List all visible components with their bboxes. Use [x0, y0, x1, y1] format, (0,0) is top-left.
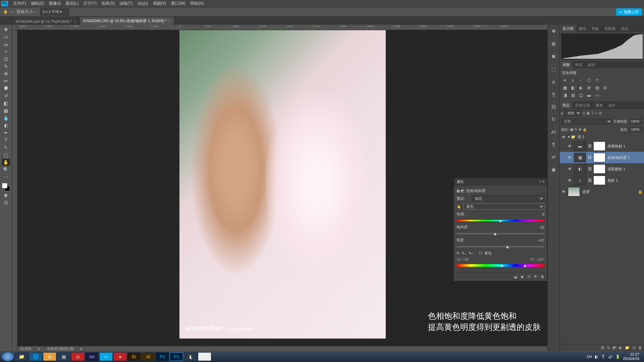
- wand-tool[interactable]: ✧: [2, 48, 10, 55]
- task-ps2[interactable]: Ps: [170, 352, 183, 361]
- tool-preset-icon[interactable]: ✖: [551, 54, 556, 60]
- brush-tool[interactable]: ✏: [2, 78, 10, 84]
- channel-select[interactable]: 黄色: [463, 203, 544, 209]
- task-ps1[interactable]: Ps: [156, 352, 169, 361]
- lock-trans-icon[interactable]: ▦: [570, 128, 573, 131]
- hand-tool-icon[interactable]: ✋: [3, 10, 8, 14]
- fill-input[interactable]: [629, 127, 643, 132]
- quick-mask[interactable]: ◙: [2, 192, 10, 198]
- exposure-icon[interactable]: ☐: [586, 77, 592, 83]
- swap2-icon[interactable]: ⇄: [551, 154, 556, 160]
- menu-window[interactable]: 窗口(W): [169, 1, 188, 6]
- pen-tool[interactable]: ✒: [2, 129, 10, 136]
- finger-icon[interactable]: 👆: [457, 204, 461, 209]
- colorize-label[interactable]: 着色: [484, 251, 492, 256]
- gradmap-icon[interactable]: ▬: [586, 92, 592, 98]
- menu-select[interactable]: 选择(S): [99, 1, 117, 6]
- visibility-icon[interactable]: 👁: [567, 144, 572, 148]
- eraser-tool[interactable]: ◧: [2, 100, 10, 107]
- adjust-panel-icon[interactable]: ✿: [551, 41, 556, 47]
- menu-3d[interactable]: 3D(D): [135, 1, 151, 6]
- tab-swatches[interactable]: 色板: [589, 25, 602, 33]
- ai-icon[interactable]: AI: [551, 129, 556, 135]
- light-value[interactable]: +17: [530, 238, 544, 242]
- prev-icon[interactable]: ◉: [521, 275, 524, 279]
- marquee-tool[interactable]: ▭: [2, 34, 10, 40]
- menu-type[interactable]: 文字(Y): [81, 1, 99, 6]
- lock-all-icon[interactable]: 🔒: [583, 128, 587, 131]
- reset-icon[interactable]: ↺: [527, 275, 530, 279]
- poster-icon[interactable]: ▥: [570, 92, 576, 98]
- help-icon[interactable]: ❔: [601, 355, 605, 359]
- visibility-icon[interactable]: 👁: [567, 178, 572, 182]
- preset-select[interactable]: 自定: [472, 195, 544, 201]
- opacity-input[interactable]: [629, 119, 643, 124]
- task-qq[interactable]: 🐧: [184, 352, 197, 361]
- threshold-icon[interactable]: ◫: [578, 92, 584, 98]
- brightness-icon[interactable]: ☀: [562, 77, 568, 83]
- task-app3[interactable]: ◎: [71, 352, 85, 361]
- zoom-level[interactable]: 15.82%: [20, 347, 32, 351]
- clock[interactable]: 12:272016/4/16: [623, 352, 639, 361]
- menu-layer[interactable]: 图层(L): [63, 1, 81, 6]
- eyedropper-set-icon[interactable]: ✎: [457, 251, 460, 255]
- tab-navigator[interactable]: 导航器: [602, 25, 618, 33]
- task-app5[interactable]: ●: [113, 352, 127, 361]
- sat-value[interactable]: -12: [530, 225, 544, 229]
- crop-tool[interactable]: ⊡: [2, 56, 10, 62]
- filter-adj-icon[interactable]: ◐: [587, 111, 590, 115]
- filter-smart-icon[interactable]: ◫: [599, 111, 602, 115]
- path-tool[interactable]: ↖: [2, 144, 10, 151]
- tray-icon[interactable]: ◧: [595, 355, 598, 359]
- visibility-icon[interactable]: 👁: [567, 167, 572, 171]
- blur-tool[interactable]: 💧: [2, 115, 10, 121]
- collapse-icon[interactable]: »: [539, 179, 541, 183]
- lock-paint-icon[interactable]: ✎: [575, 128, 577, 131]
- layer-background[interactable]: 👁 背景 🔒: [560, 186, 644, 197]
- trash-icon[interactable]: 🗑: [638, 346, 642, 350]
- link-layers-icon[interactable]: ⛓: [601, 346, 604, 350]
- tab-doc-1[interactable]: 9V0A0294.psd @ 16.7%(RGB/8) *×: [12, 18, 80, 25]
- layer-selcolor[interactable]: 👁 ◐⛓ 选取颜色 1: [560, 163, 644, 175]
- tab-adjustments[interactable]: 调整: [560, 61, 573, 69]
- delete-icon[interactable]: 🗑: [541, 275, 544, 279]
- hue-value[interactable]: 0: [530, 212, 544, 216]
- tab-paths[interactable]: 路径: [585, 61, 598, 69]
- tab-color[interactable]: 颜色: [576, 25, 589, 33]
- mask-icon[interactable]: ◩: [613, 346, 616, 350]
- light-slider[interactable]: [457, 245, 544, 249]
- task-ai[interactable]: Ai: [142, 352, 155, 361]
- heal-tool[interactable]: ✜: [2, 70, 10, 77]
- menu-image[interactable]: 图像(I): [47, 1, 63, 6]
- gradient-tool[interactable]: ▦: [2, 107, 10, 114]
- task-browser[interactable]: 🌐: [29, 352, 42, 361]
- stamp-tool[interactable]: ⛊: [2, 85, 10, 92]
- task-app1[interactable]: ◉: [43, 352, 56, 361]
- volume-icon[interactable]: 🔊: [608, 355, 613, 359]
- menu-filter[interactable]: 滤镜(T): [117, 1, 135, 6]
- hue-icon[interactable]: ▦: [562, 85, 568, 91]
- upload-button[interactable]: ∞拖拽上传: [616, 8, 642, 15]
- tab-histogram[interactable]: 直方图: [560, 25, 576, 33]
- menu-view[interactable]: 视图(V): [151, 1, 169, 6]
- tab-layers[interactable]: 图层: [560, 102, 573, 109]
- view-icon[interactable]: 👁: [534, 275, 537, 279]
- selcolor-icon[interactable]: ▭: [594, 92, 600, 98]
- swap-icon[interactable]: ↻: [551, 116, 556, 122]
- move-tool[interactable]: ✥: [2, 26, 10, 33]
- tab-history[interactable]: 历史记录: [573, 102, 593, 109]
- lock-pos-icon[interactable]: ✥: [579, 128, 581, 131]
- fx-icon[interactable]: fx: [607, 346, 610, 350]
- eyedropper-sub-icon[interactable]: ✎₋: [469, 251, 474, 255]
- screen-mode[interactable]: ⊡: [2, 199, 10, 206]
- layer-levels[interactable]: 👁 ⫾⛓ 色阶 1: [560, 175, 644, 186]
- color-panel-icon[interactable]: ❖: [551, 28, 556, 34]
- task-app2[interactable]: ▦: [57, 352, 70, 361]
- new-group-icon[interactable]: 📁: [625, 346, 630, 350]
- tab-actions[interactable]: 动作: [605, 102, 618, 109]
- lasso-tool[interactable]: ᔕ: [2, 41, 10, 48]
- layer-huesat[interactable]: 👁 ▦⛓ 色相/饱和度 1: [560, 152, 644, 163]
- sample-size-select[interactable]: 3 x 3 平均 ▾: [40, 8, 69, 15]
- menu-help[interactable]: 帮助(H): [188, 1, 206, 6]
- sat-slider[interactable]: [457, 232, 544, 236]
